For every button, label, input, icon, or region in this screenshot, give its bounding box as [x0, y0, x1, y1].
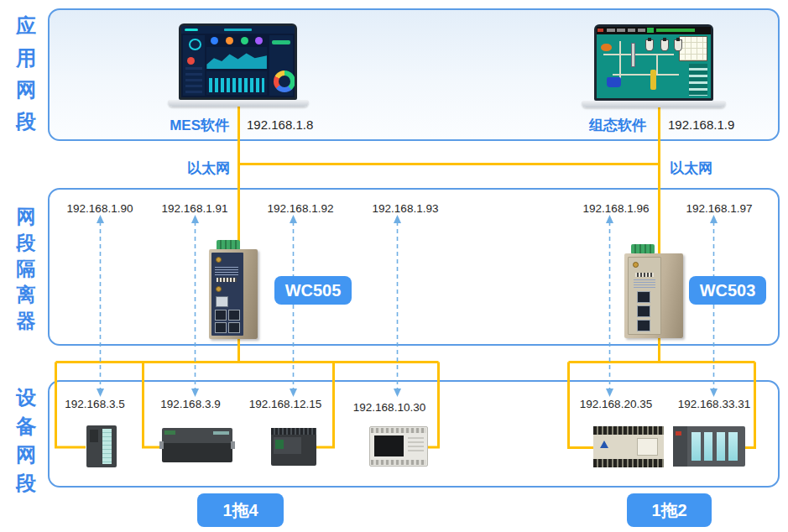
mes-laptop-screen [179, 23, 297, 100]
scada-trend-chart [679, 36, 707, 61]
isolator-ip-4: 192.168.1.96 [583, 202, 650, 215]
isolator-ip-3: 192.168.1.93 [373, 202, 439, 215]
mes-software-label: MES软件 [141, 116, 229, 135]
device-ip-2: 192.168.12.15 [249, 398, 321, 410]
plc-mitsubishi-fx-image [369, 426, 428, 467]
scada-vessel [674, 39, 682, 51]
device-ip-3: 192.168.10.30 [353, 401, 425, 414]
one-to-four-badge: 1拖4 [197, 493, 284, 527]
gateway-wc503-image [623, 243, 685, 338]
mes-kpi-dots [206, 36, 267, 45]
ethernet-label-left: 以太网 [171, 159, 230, 178]
scada-orange-vessel [601, 44, 611, 51]
mes-ip-label: 192.168.1.8 [247, 117, 313, 132]
plc-siemens-s71200-image [271, 428, 316, 466]
device-ip-1: 192.168.3.9 [160, 398, 220, 410]
network-diagram-canvas: 应用网段 网段隔离器 设备网段 [0, 0, 788, 532]
wc505-badge: WC505 [274, 276, 352, 305]
plc-siemens-s7200-image [162, 428, 232, 462]
scada-ip-label: 192.168.1.9 [668, 117, 734, 132]
plc-siemens-s7300-rack-image [673, 426, 745, 467]
mes-laptop-image [168, 23, 309, 107]
ethernet-label-right: 以太网 [670, 159, 712, 178]
device-ip-5: 192.168.33.31 [678, 398, 750, 410]
scada-software-label: 组态软件 [556, 116, 646, 135]
scada-yellow-column [650, 70, 656, 90]
isolator-ip-0: 192.168.1.90 [67, 202, 133, 215]
mes-donut-chart [274, 70, 295, 92]
scada-vessel [645, 39, 654, 51]
isolator-ip-5: 192.168.1.97 [686, 202, 753, 215]
wc503-badge: WC503 [689, 276, 766, 305]
scada-laptop-image [582, 24, 726, 108]
mes-laptop-base [168, 100, 309, 107]
one-to-two-badge: 1拖2 [627, 493, 712, 527]
mes-dashboard-header [181, 26, 295, 34]
scada-pump [607, 77, 620, 88]
scada-manifold [689, 64, 707, 95]
mes-right-panel [269, 35, 293, 96]
device-ip-4: 192.168.20.35 [580, 398, 652, 410]
isolator-ip-2: 192.168.1.92 [268, 202, 334, 215]
scada-header-bar [597, 27, 711, 34]
isolator-ip-1: 192.168.1.91 [162, 202, 228, 215]
plc-delta-dvp-image [593, 426, 664, 467]
scada-column [631, 43, 635, 67]
scada-laptop-base [582, 101, 726, 107]
gateway-wc505-image [206, 237, 261, 339]
mes-area-chart [206, 47, 267, 69]
device-ip-0: 192.168.3.5 [65, 398, 124, 410]
mes-bar-chart [206, 71, 267, 95]
scada-laptop-screen [594, 24, 713, 101]
scada-vessel [660, 39, 669, 51]
mes-sidebar [183, 35, 205, 96]
plc-siemens-s7300-cpu-image [86, 425, 117, 467]
